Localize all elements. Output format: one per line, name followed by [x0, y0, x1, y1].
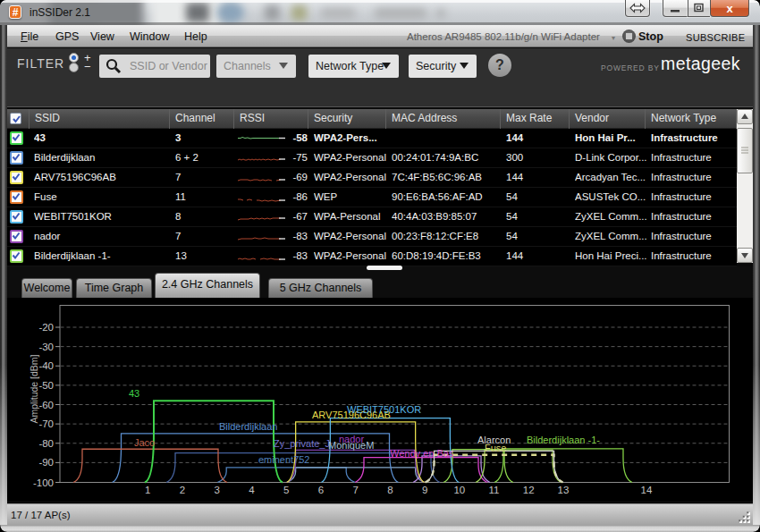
svg-text:MoniqueM: MoniqueM — [328, 440, 374, 451]
svg-text:7: 7 — [352, 485, 358, 495]
svg-text:Wendy en Bas: Wendy en Bas — [390, 448, 454, 459]
svg-text:Bilderdijklaan: Bilderdijklaan — [219, 421, 277, 432]
svg-text:5: 5 — [283, 485, 289, 495]
svg-text:Alarcon: Alarcon — [477, 435, 511, 445]
svg-text:43: 43 — [129, 388, 139, 399]
svg-text:-80: -80 — [38, 438, 54, 449]
svg-text:x: x — [726, 2, 733, 15]
svg-text:-100: -100 — [33, 477, 54, 488]
svg-text:13: 13 — [558, 485, 570, 495]
svg-text:14: 14 — [641, 485, 653, 495]
svg-text:4: 4 — [249, 485, 255, 495]
svg-text:3: 3 — [215, 485, 220, 495]
svg-text:Amplitude [dBm]: Amplitude [dBm] — [29, 354, 39, 423]
svg-text:10: 10 — [453, 485, 465, 495]
svg-text:12: 12 — [523, 485, 535, 495]
svg-text:6: 6 — [318, 485, 324, 495]
svg-text:-20: -20 — [38, 322, 54, 333]
svg-text:eminent752: eminent752 — [258, 454, 310, 465]
svg-text:-30: -30 — [38, 342, 54, 352]
svg-text:1: 1 — [145, 485, 150, 495]
svg-text:WEBIT7501KOR: WEBIT7501KOR — [347, 404, 421, 415]
svg-text:8: 8 — [387, 485, 393, 495]
svg-text:-50: -50 — [38, 380, 54, 391]
svg-text:-40: -40 — [38, 360, 54, 371]
svg-text:11: 11 — [489, 485, 500, 495]
svg-text:-60: -60 — [38, 400, 54, 410]
svg-text:Jaco: Jaco — [134, 437, 155, 448]
svg-text:2: 2 — [180, 485, 185, 495]
svg-text:9: 9 — [422, 485, 427, 495]
svg-text:-70: -70 — [38, 418, 54, 429]
svg-text:Bilderdijklaan -1-: Bilderdijklaan -1- — [527, 435, 600, 445]
svg-text:-90: -90 — [38, 457, 54, 468]
svg-text:Zy_private_J: Zy_private_J — [274, 438, 330, 449]
